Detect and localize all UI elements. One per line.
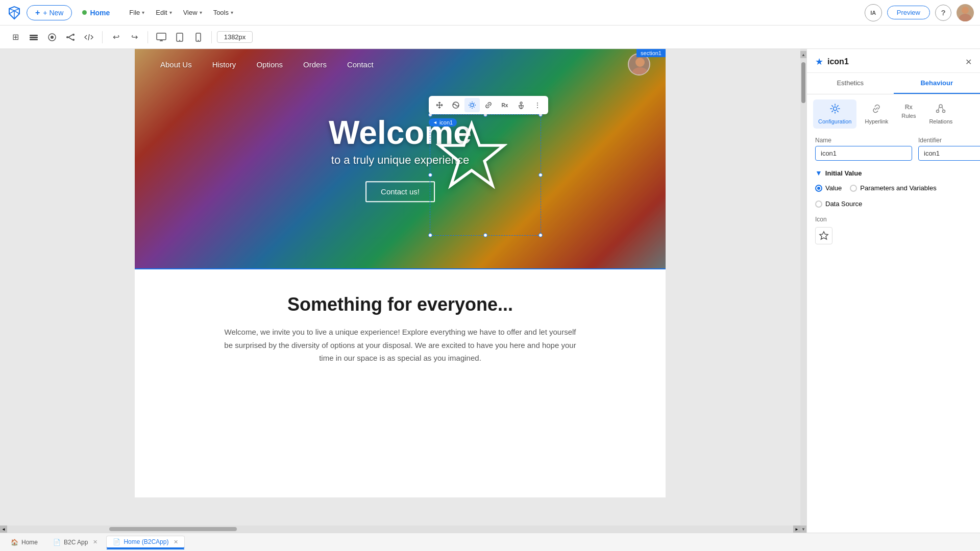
svg-point-24 bbox=[471, 104, 474, 107]
btab-b2capp[interactable]: 📄 B2C App ✕ bbox=[46, 536, 104, 548]
ft-move-icon[interactable] bbox=[432, 98, 447, 112]
radio-datasource[interactable]: Data Source bbox=[815, 200, 862, 208]
section-label: section1 bbox=[636, 49, 666, 57]
hero-cta-button[interactable]: Contact us! bbox=[365, 182, 435, 203]
desktop-icon[interactable] bbox=[153, 29, 169, 45]
redo-icon[interactable]: ↪ bbox=[126, 29, 142, 45]
radio-params-vars[interactable]: Parameters and Variables bbox=[850, 184, 936, 192]
tools-menu[interactable]: Tools ▾ bbox=[208, 6, 238, 19]
scroll-right-button[interactable]: ► bbox=[793, 525, 800, 533]
new-button-label: + New bbox=[43, 9, 63, 17]
svg-point-29 bbox=[937, 110, 939, 113]
undo-icon[interactable]: ↩ bbox=[108, 29, 124, 45]
plus-icon: + bbox=[35, 8, 40, 17]
file-chevron-icon: ▾ bbox=[142, 10, 144, 15]
field-group-name-id: Name Identifier bbox=[815, 137, 972, 161]
scroll-up-button[interactable]: ▲ bbox=[800, 51, 807, 58]
panel-main-tabs: Esthetics Behaviour bbox=[807, 73, 980, 94]
pages-icon[interactable]: ⊞ bbox=[7, 29, 23, 45]
horizontal-scrollbar[interactable]: ◄ ► bbox=[0, 525, 800, 533]
svg-rect-13 bbox=[157, 33, 166, 40]
btab-home-b2capp[interactable]: 📄 Home (B2CApp) ✕ bbox=[106, 536, 185, 548]
scrollbar-track[interactable] bbox=[7, 525, 793, 533]
subtab-rules[interactable]: Rx Rules bbox=[896, 99, 921, 129]
nav-history[interactable]: History bbox=[202, 60, 247, 69]
canvas-content: section1 About Us History Opt bbox=[135, 49, 666, 497]
help-button[interactable]: ? bbox=[935, 5, 951, 21]
viewport-width[interactable]: 1382px bbox=[217, 31, 253, 43]
btab-home[interactable]: 🏠 Home bbox=[4, 536, 44, 548]
name-input[interactable] bbox=[815, 146, 912, 161]
home-b2capp-close-button[interactable]: ✕ bbox=[174, 539, 178, 545]
scroll-down-button[interactable]: ▼ bbox=[800, 525, 807, 533]
subtab-hyperlink[interactable]: Hyperlink bbox=[860, 99, 893, 129]
canvas-extra-space bbox=[135, 395, 666, 497]
tab-esthetics[interactable]: Esthetics bbox=[807, 73, 894, 94]
user-avatar[interactable] bbox=[957, 4, 974, 21]
identifier-input[interactable] bbox=[918, 146, 980, 161]
view-chevron-icon: ▾ bbox=[200, 10, 202, 15]
connections-icon[interactable] bbox=[62, 29, 79, 45]
vertical-scrollbar[interactable]: ▲ ▼ bbox=[800, 49, 806, 533]
nav-orders[interactable]: Orders bbox=[293, 60, 337, 69]
preview-button[interactable]: Preview bbox=[887, 6, 930, 19]
tab-behaviour[interactable]: Behaviour bbox=[894, 73, 981, 94]
canvas-star-icon[interactable] bbox=[436, 120, 507, 194]
initial-value-label: Initial Value bbox=[825, 169, 862, 177]
toolbar-separator-1 bbox=[102, 31, 103, 43]
panel-body: Name Identifier ▼ Initial Value Value bbox=[807, 129, 980, 533]
scrollbar-thumb-vertical[interactable] bbox=[801, 62, 805, 103]
svg-rect-3 bbox=[30, 37, 38, 38]
ia-button[interactable]: IA bbox=[865, 4, 882, 21]
layers-icon[interactable] bbox=[26, 29, 42, 45]
scrollbar-thumb[interactable] bbox=[109, 527, 237, 531]
scroll-left-button[interactable]: ◄ bbox=[0, 525, 7, 533]
radio-value-dot[interactable] bbox=[815, 185, 822, 192]
icon-label: Icon bbox=[815, 216, 972, 223]
svg-point-25 bbox=[520, 102, 522, 104]
svg-point-21 bbox=[632, 67, 648, 76]
ft-link-icon[interactable] bbox=[481, 98, 496, 112]
file-menu[interactable]: File ▾ bbox=[124, 6, 150, 19]
ft-settings-icon[interactable] bbox=[464, 98, 480, 112]
radio-params-dot[interactable] bbox=[850, 185, 857, 192]
ft-responsive-icon[interactable]: Rx bbox=[497, 98, 512, 112]
subtab-configuration[interactable]: Configuration bbox=[813, 99, 856, 129]
content-title: Something for everyone... bbox=[196, 294, 604, 315]
canvas-scroll[interactable]: section1 About Us History Opt bbox=[0, 49, 800, 525]
panel-star-icon: ★ bbox=[815, 56, 823, 67]
ft-more-icon[interactable]: ⋮ bbox=[530, 98, 545, 112]
b2capp-close-button[interactable]: ✕ bbox=[93, 539, 97, 545]
components-icon[interactable] bbox=[44, 29, 60, 45]
home-tab[interactable]: Home bbox=[76, 6, 116, 19]
radio-datasource-dot[interactable] bbox=[815, 201, 822, 208]
code-icon[interactable] bbox=[81, 29, 97, 45]
icon-preview[interactable] bbox=[815, 227, 832, 244]
ft-anchor-icon[interactable] bbox=[513, 98, 529, 112]
app-logo[interactable] bbox=[6, 5, 22, 21]
nav-contact[interactable]: Contact bbox=[337, 60, 384, 69]
radio-value[interactable]: Value bbox=[815, 184, 842, 192]
edit-menu[interactable]: Edit ▾ bbox=[151, 6, 177, 19]
configuration-icon bbox=[830, 104, 840, 116]
scrollbar-track-vertical[interactable] bbox=[800, 58, 806, 525]
svg-rect-4 bbox=[30, 39, 38, 40]
svg-line-32 bbox=[942, 107, 943, 110]
mobile-icon[interactable] bbox=[190, 29, 206, 45]
svg-point-7 bbox=[66, 36, 68, 38]
relations-icon bbox=[936, 104, 946, 116]
view-menu[interactable]: View ▾ bbox=[178, 6, 207, 19]
icon-section: Icon bbox=[815, 216, 972, 244]
svg-line-12 bbox=[88, 34, 89, 40]
ft-style-icon[interactable] bbox=[448, 98, 463, 112]
tablet-icon[interactable] bbox=[172, 29, 188, 45]
nav-about-us[interactable]: About Us bbox=[150, 60, 202, 69]
initial-value-toggle[interactable]: ▼ Initial Value bbox=[815, 169, 972, 177]
content-body: Welcome, we invite you to live a unique … bbox=[222, 325, 579, 365]
toggle-chevron-icon: ▼ bbox=[815, 169, 822, 177]
nav-options[interactable]: Options bbox=[246, 60, 293, 69]
svg-point-27 bbox=[833, 107, 837, 111]
subtab-relations[interactable]: Relations bbox=[924, 99, 958, 129]
new-button[interactable]: + + New bbox=[27, 5, 72, 20]
panel-close-button[interactable]: ✕ bbox=[965, 57, 972, 67]
